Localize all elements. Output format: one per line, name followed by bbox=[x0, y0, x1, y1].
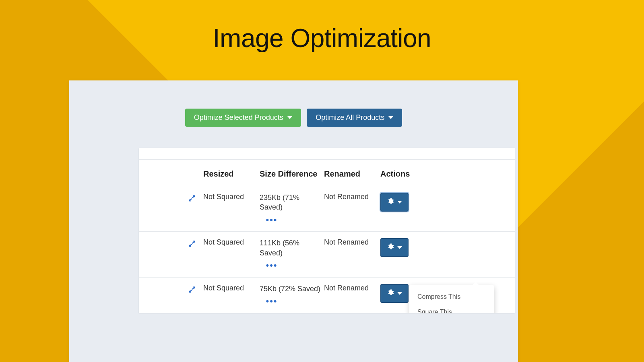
cell-size-diff: 111Kb (56% Saved) bbox=[260, 239, 299, 257]
page-title: Image Optimization bbox=[0, 23, 644, 53]
optimize-selected-button[interactable]: Optimize Selected Products bbox=[185, 109, 301, 127]
table-card: Resized Size Difference Renamed Actions … bbox=[139, 148, 515, 313]
cell-size-diff: 235Kb (71% Saved) bbox=[260, 193, 299, 211]
actions-dropdown: Compress This Square This Compress & Squ… bbox=[409, 285, 494, 313]
caret-down-icon bbox=[397, 292, 402, 295]
optimize-all-button[interactable]: Optimize All Products bbox=[307, 109, 402, 127]
more-icon[interactable]: ••• bbox=[260, 295, 284, 307]
dropdown-square[interactable]: Square This bbox=[409, 304, 494, 313]
gear-icon bbox=[387, 197, 394, 207]
optimize-selected-label: Optimize Selected Products bbox=[194, 113, 283, 122]
col-actions: Actions bbox=[380, 169, 429, 179]
cell-resized: Not Squared bbox=[203, 238, 260, 247]
caret-down-icon bbox=[397, 246, 402, 249]
col-resized: Resized bbox=[203, 169, 260, 179]
row-action-button[interactable] bbox=[380, 238, 409, 257]
caret-down-icon bbox=[388, 116, 393, 119]
expand-arrows-icon[interactable] bbox=[188, 240, 196, 248]
table-row: Not Squared 235Kb (71% Saved) ••• Not Re… bbox=[139, 186, 515, 232]
cell-resized: Not Squared bbox=[203, 284, 260, 292]
expand-arrows-icon[interactable] bbox=[188, 194, 196, 202]
gear-icon bbox=[387, 243, 394, 252]
gear-icon bbox=[387, 289, 394, 298]
table-row: Not Squared 111Kb (56% Saved) ••• Not Re… bbox=[139, 232, 515, 277]
row-action-button[interactable] bbox=[380, 284, 409, 303]
cell-resized: Not Squared bbox=[203, 193, 260, 201]
stage: Image Optimization Optimize Selected Pro… bbox=[0, 0, 644, 362]
expand-arrows-icon[interactable] bbox=[188, 286, 196, 294]
app-frame: Optimize Selected Products Optimize All … bbox=[69, 80, 518, 362]
row-action-button[interactable] bbox=[380, 193, 409, 212]
caret-down-icon bbox=[397, 201, 402, 204]
dropdown-compress[interactable]: Compress This bbox=[409, 289, 494, 304]
optimize-all-label: Optimize All Products bbox=[316, 113, 384, 122]
cell-renamed: Not Renamed bbox=[324, 238, 380, 247]
more-icon[interactable]: ••• bbox=[260, 259, 284, 272]
col-renamed: Renamed bbox=[324, 169, 380, 179]
caret-down-icon bbox=[287, 116, 292, 119]
cell-renamed: Not Renamed bbox=[324, 284, 380, 292]
top-button-row: Optimize Selected Products Optimize All … bbox=[69, 109, 518, 127]
cell-renamed: Not Renamed bbox=[324, 193, 380, 201]
more-icon[interactable]: ••• bbox=[260, 214, 284, 226]
col-size-diff: Size Difference bbox=[260, 169, 324, 179]
table-header: Resized Size Difference Renamed Actions bbox=[139, 159, 515, 186]
cell-size-diff: 75Kb (72% Saved) bbox=[260, 285, 320, 293]
